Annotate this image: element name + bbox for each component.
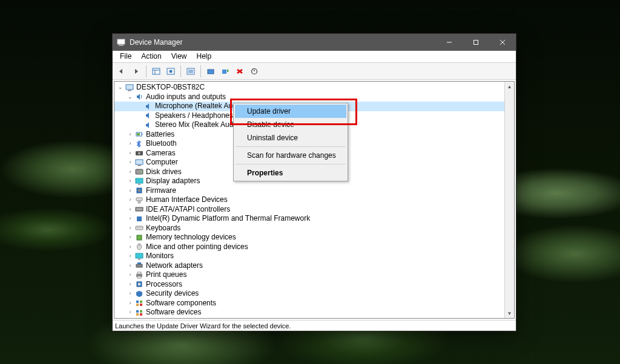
tree-category[interactable]: ›Processors xyxy=(114,280,504,290)
update-driver-button[interactable] xyxy=(219,65,232,78)
chevron-right-icon[interactable]: › xyxy=(127,215,134,223)
chip-icon xyxy=(134,186,144,195)
tree-category[interactable]: ›Sound, video and game controllers xyxy=(114,317,504,319)
chevron-right-icon[interactable]: › xyxy=(127,131,134,138)
tree-category[interactable]: ›Intel(R) Dynamic Platform and Thermal F… xyxy=(114,214,504,224)
bluetooth-icon xyxy=(134,140,144,148)
svg-point-26 xyxy=(138,152,140,155)
svg-rect-28 xyxy=(137,165,141,166)
chevron-right-icon[interactable]: › xyxy=(127,281,134,288)
scroll-up-arrow[interactable]: ▲ xyxy=(505,82,514,91)
svg-rect-6 xyxy=(153,68,160,74)
svg-rect-46 xyxy=(137,235,142,240)
uninstall-button[interactable] xyxy=(233,65,246,78)
menu-view[interactable]: View xyxy=(167,51,192,62)
menu-action[interactable]: Action xyxy=(136,51,166,62)
ctx-scan-hardware[interactable]: Scan for hardware changes xyxy=(235,149,346,162)
audio-icon xyxy=(143,111,153,120)
vertical-scrollbar[interactable]: ▲ ▼ xyxy=(504,82,514,318)
tree-category[interactable]: ›Firmware xyxy=(114,186,504,196)
chevron-right-icon[interactable]: › xyxy=(127,197,134,204)
menu-help[interactable]: Help xyxy=(192,51,217,62)
tree-label: Batteries xyxy=(146,130,174,140)
svg-point-30 xyxy=(140,171,142,172)
svg-rect-45 xyxy=(140,227,141,228)
tree-label: Display adapters xyxy=(146,177,200,186)
svg-rect-60 xyxy=(136,304,139,306)
chevron-down-icon[interactable]: ⌄ xyxy=(117,84,124,91)
chevron-right-icon[interactable]: › xyxy=(127,299,134,307)
network-icon xyxy=(134,261,144,270)
ide-icon xyxy=(134,205,144,213)
svg-rect-63 xyxy=(140,310,142,313)
ctx-update-driver[interactable]: Update driver xyxy=(235,105,346,118)
tree-category[interactable]: ›Network adapters xyxy=(114,261,504,271)
svg-rect-15 xyxy=(208,70,214,74)
tree-root[interactable]: ⌄ DESKTOP-0BST82C xyxy=(114,83,504,93)
chevron-right-icon[interactable]: › xyxy=(127,262,134,269)
chevron-right-icon[interactable]: › xyxy=(127,168,134,175)
svg-rect-21 xyxy=(128,90,131,91)
titlebar[interactable]: Device Manager xyxy=(113,34,516,51)
properties-button[interactable] xyxy=(184,65,197,78)
tree-category[interactable]: ›Memory technology devices xyxy=(114,233,504,242)
chevron-right-icon[interactable]: › xyxy=(127,187,134,194)
camera-icon xyxy=(134,149,144,157)
mouse-icon xyxy=(134,242,144,251)
minimize-button[interactable] xyxy=(436,34,463,51)
chevron-right-icon[interactable]: › xyxy=(127,159,134,166)
tree-category[interactable]: ›Keyboards xyxy=(114,224,504,233)
svg-rect-3 xyxy=(474,41,478,45)
show-hidden-button[interactable] xyxy=(150,65,163,78)
chevron-right-icon[interactable]: › xyxy=(127,206,134,213)
forward-button[interactable] xyxy=(130,65,143,78)
tree-category[interactable]: ›IDE ATA/ATAPI controllers xyxy=(114,205,504,215)
battery-icon xyxy=(134,130,144,138)
audio-icon xyxy=(143,121,153,129)
chevron-right-icon[interactable]: › xyxy=(127,243,134,250)
chevron-right-icon[interactable]: › xyxy=(127,290,134,297)
svg-rect-37 xyxy=(136,207,143,211)
back-button[interactable] xyxy=(115,65,128,78)
help-button[interactable] xyxy=(164,65,177,78)
disable-button[interactable] xyxy=(248,65,261,78)
chevron-right-icon[interactable]: › xyxy=(127,149,134,157)
tree-category[interactable]: ›Monitors xyxy=(114,252,504,261)
tree-label: Memory technology devices xyxy=(146,233,236,242)
ctx-disable-device[interactable]: Disable device xyxy=(235,118,346,131)
svg-rect-29 xyxy=(136,169,143,174)
tree-category-audio[interactable]: ⌄ Audio inputs and outputs xyxy=(114,93,504,102)
tree-category[interactable]: ›Security devices xyxy=(114,289,504,299)
context-menu: Update driver Disable device Uninstall d… xyxy=(233,103,348,181)
ctx-properties[interactable]: Properties xyxy=(235,166,346,180)
tree-category[interactable]: ›Print queues xyxy=(114,270,504,280)
menu-file[interactable]: File xyxy=(115,51,136,62)
chevron-right-icon[interactable]: › xyxy=(127,309,134,316)
scan-hardware-button[interactable] xyxy=(204,65,217,78)
tree-label: Stereo Mix (Realtek Audio) xyxy=(155,120,242,130)
chevron-right-icon[interactable]: › xyxy=(127,234,134,241)
scroll-down-arrow[interactable]: ▼ xyxy=(505,308,514,318)
toolbar-separator xyxy=(146,65,147,77)
window-title: Device Manager xyxy=(130,38,436,47)
tree-category[interactable]: ›Mice and other pointing devices xyxy=(114,242,504,252)
tree-category[interactable]: ›Human Interface Devices xyxy=(114,195,504,205)
chevron-right-icon[interactable]: › xyxy=(127,178,134,185)
monitor-icon xyxy=(134,252,144,261)
svg-rect-32 xyxy=(138,184,140,185)
close-button[interactable] xyxy=(489,34,516,51)
chevron-down-icon[interactable]: ⌄ xyxy=(127,93,134,100)
chevron-right-icon[interactable]: › xyxy=(127,271,134,279)
tree-category[interactable]: ›Software devices xyxy=(114,308,504,317)
device-manager-window: Device Manager File Action View Help ⌄ xyxy=(112,33,516,331)
svg-rect-1 xyxy=(119,45,124,46)
chevron-right-icon[interactable]: › xyxy=(127,253,134,260)
svg-rect-50 xyxy=(138,259,140,260)
maximize-button[interactable] xyxy=(463,34,489,51)
svg-rect-61 xyxy=(140,304,142,306)
audio-icon xyxy=(143,102,153,111)
ctx-uninstall-device[interactable]: Uninstall device xyxy=(235,131,346,145)
chevron-right-icon[interactable]: › xyxy=(127,224,134,232)
chevron-right-icon[interactable]: › xyxy=(127,140,134,148)
tree-category[interactable]: ›Software components xyxy=(114,299,504,308)
